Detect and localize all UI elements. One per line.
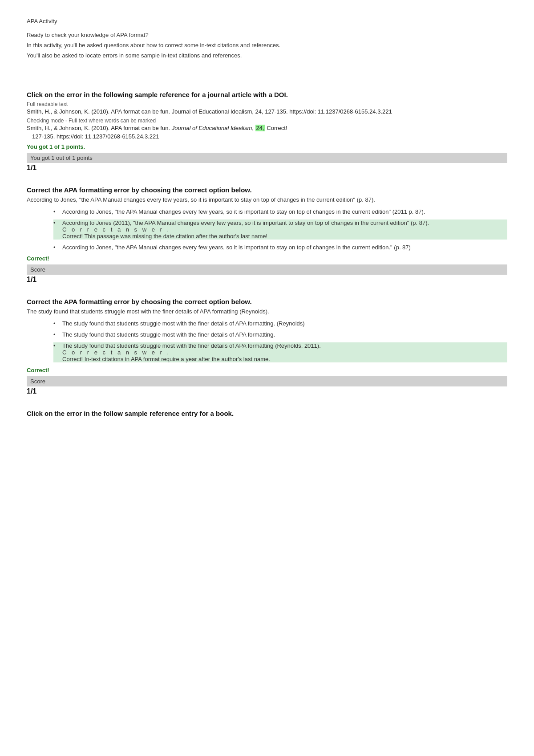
option-2-3[interactable]: According to Jones, "the APA Manual chan… [53, 244, 507, 251]
ref-highlighted-part: 24, [255, 125, 265, 131]
question-2-body: According to Jones, "the APA Manual chan… [27, 196, 507, 203]
question-4-heading: Click on the error in the follow sample … [27, 410, 507, 417]
score-value-q3: 1/1 [27, 387, 507, 395]
page-title: APA Activity [27, 18, 507, 24]
question-1-block: Click on the error in the following samp… [27, 91, 507, 172]
correct-label-q2: Correct! [27, 255, 507, 262]
question-4-block: Click on the error in the follow sample … [27, 410, 507, 417]
option-3-2[interactable]: The study found that students struggle m… [53, 331, 507, 338]
option-3-1[interactable]: The study found that students struggle m… [53, 320, 507, 327]
intro-line-1: Ready to check your knowledge of APA for… [27, 32, 507, 38]
intro-line-3: You'll also be asked to locate errors in… [27, 52, 507, 59]
score-label-bold-q1: You got 1 of 1 points. [27, 143, 507, 150]
score-value-q1: 1/1 [27, 164, 507, 172]
question-3-block: Correct the APA formatting error by choo… [27, 298, 507, 395]
option-2-1[interactable]: According to Jones, "the APA Manual chan… [53, 208, 507, 215]
question-2-options: According to Jones, "the APA Manual chan… [53, 208, 507, 251]
question-3-body: The study found that students struggle m… [27, 308, 507, 315]
marked-reference: Smith, H., & Johnson, K. (2010). APA for… [27, 125, 507, 131]
score-value-q2: 1/1 [27, 276, 507, 284]
reference-full-text: Smith, H., & Johnson, K. (2010). APA for… [27, 108, 507, 115]
correct-answer-spaced-q2: C o r r e c t a n s w e r . [62, 226, 170, 233]
question-2-heading: Correct the APA formatting error by choo… [27, 186, 507, 194]
ref-correct-badge: Correct! [267, 125, 287, 131]
question-3-options: The study found that students struggle m… [53, 320, 507, 362]
correct-explanation-q2: Correct! This passage was missing the da… [62, 233, 267, 240]
continuation-text: 127-135. https://doi: 11.1237/0268-6155.… [32, 133, 507, 140]
score-bar-q2: Score [27, 264, 507, 275]
checking-mode-label: Checking mode - Full text where words ca… [27, 118, 507, 124]
correct-answer-spaced-q3: C o r r e c t a n s w e r . [62, 349, 170, 356]
correct-explanation-q3: Correct! In-text citations in APA format… [62, 356, 270, 362]
score-bar-q1: You got 1 out of 1 points [27, 153, 507, 163]
question-2-block: Correct the APA formatting error by choo… [27, 186, 507, 284]
correct-label-q3: Correct! [27, 367, 507, 374]
ref-italic-part: Journal of Educational Idealism [172, 125, 252, 131]
question-3-heading: Correct the APA formatting error by choo… [27, 298, 507, 305]
intro-line-2: In this activity, you'll be asked questi… [27, 42, 507, 49]
question-1-heading: Click on the error in the following samp… [27, 91, 507, 98]
ref-before-italic: Smith, H., & Johnson, K. (2010). APA for… [27, 125, 170, 131]
score-bar-q3: Score [27, 376, 507, 386]
option-2-2[interactable]: According to Jones (2011), "the APA Manu… [53, 219, 507, 240]
option-3-3[interactable]: The study found that students struggle m… [53, 342, 507, 362]
readable-text-label: Full readable text [27, 101, 507, 107]
